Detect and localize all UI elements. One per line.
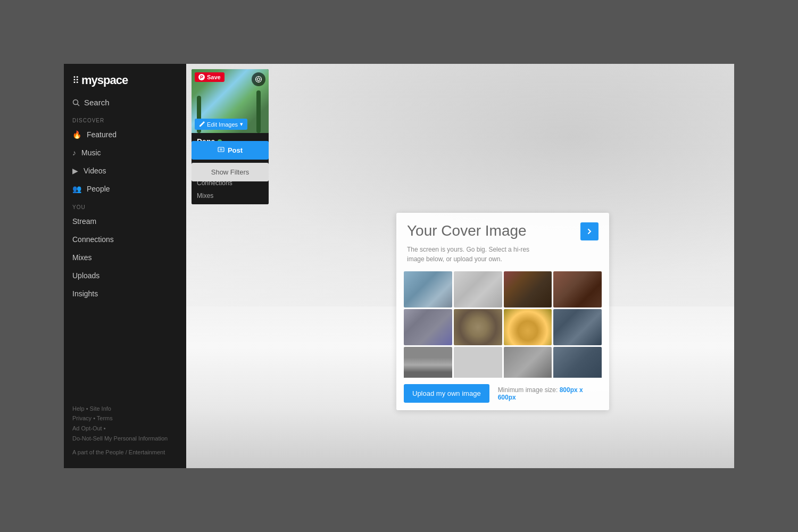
sidebar-footer: Help • Site Info Privacy • Terms Ad Opt-…	[64, 393, 186, 463]
edit-images-button[interactable]: Edit Images ▾	[195, 119, 247, 130]
tagline: A part of the People / Entertainment	[72, 447, 178, 458]
pinterest-save-label: Save	[207, 74, 221, 80]
cover-dialog-title: Your Cover Image	[407, 222, 527, 239]
cover-grid-image-1[interactable]	[404, 271, 452, 307]
logo-text: myspace	[81, 73, 128, 87]
cover-dialog-footer: Upload my own image Minimum image size: …	[396, 378, 609, 410]
discover-section-label: DISCOVER	[64, 114, 186, 126]
ad-opt-out-link[interactable]: Ad Opt-Out	[72, 425, 102, 431]
site-info-link[interactable]: Site Info	[90, 405, 111, 412]
flame-icon: 🔥	[72, 130, 81, 139]
cover-grid-image-3[interactable]	[504, 271, 552, 307]
cover-dialog-subtitle: The screen is yours. Go big. Select a hi…	[396, 245, 609, 271]
people-icon: 👥	[72, 185, 81, 193]
svg-point-0	[73, 99, 78, 104]
cover-dialog-header: Your Cover Image	[396, 213, 609, 245]
lens-icon-button[interactable]	[252, 72, 265, 86]
cover-grid-image-7[interactable]	[504, 309, 552, 345]
arrow-right-icon	[586, 228, 593, 235]
sidebar-item-uploads[interactable]: Uploads	[64, 267, 186, 285]
sidebar-item-connections[interactable]: Connections	[64, 230, 186, 248]
post-button[interactable]: Post	[192, 141, 269, 160]
cover-grid-image-9[interactable]	[404, 347, 452, 378]
videos-label: Videos	[84, 167, 106, 175]
post-label: Post	[228, 146, 243, 154]
sidebar: ⠿ myspace Search DISCOVER 🔥 Featured ♪ M…	[64, 64, 186, 468]
cover-image-dialog: Your Cover Image The screen is yours. Go…	[396, 213, 609, 410]
edit-icon	[199, 121, 205, 127]
search-label: Search	[84, 98, 110, 107]
logo[interactable]: ⠿ myspace	[64, 64, 186, 95]
cover-grid-image-10[interactable]	[454, 347, 502, 378]
pinterest-icon: P	[198, 74, 205, 80]
post-icon	[218, 147, 225, 154]
main-content: P Save	[186, 64, 734, 468]
sidebar-item-featured[interactable]: 🔥 Featured	[64, 126, 186, 144]
logo-icon: ⠿	[72, 74, 78, 86]
terms-link[interactable]: Terms	[97, 415, 113, 421]
svg-point-2	[256, 77, 262, 82]
min-size-text: Minimum image size: 800px x 600px	[498, 386, 602, 401]
privacy-link[interactable]: Privacy	[72, 415, 92, 421]
search-button[interactable]: Search	[64, 95, 186, 114]
sidebar-item-insights[interactable]: Insights	[64, 285, 186, 303]
sidebar-item-videos[interactable]: ▶ Videos	[64, 162, 186, 180]
featured-label: Featured	[87, 130, 117, 139]
pinterest-save-button[interactable]: P Save	[195, 72, 225, 82]
svg-point-3	[257, 78, 260, 81]
cover-image-grid	[396, 271, 609, 378]
lens-icon	[255, 76, 262, 83]
cover-grid-image-2[interactable]	[454, 271, 502, 307]
sidebar-item-mixes[interactable]: Mixes	[64, 248, 186, 267]
svg-rect-8	[218, 147, 224, 152]
show-filters-button[interactable]: Show Filters	[192, 163, 269, 181]
do-not-sell-link[interactable]: Do-Not-Sell My Personal Information	[72, 435, 168, 442]
music-label: Music	[81, 148, 101, 157]
people-label: People	[87, 185, 110, 193]
music-icon: ♪	[72, 148, 76, 157]
video-icon: ▶	[72, 167, 78, 175]
profile-panel: P Save	[192, 69, 269, 204]
sidebar-item-people[interactable]: 👥 People	[64, 180, 186, 198]
profile-link-mixes[interactable]: Mixes	[192, 189, 269, 202]
cover-grid-image-12[interactable]	[553, 347, 602, 378]
svg-line-1	[78, 104, 80, 106]
cover-grid-image-4[interactable]	[553, 271, 602, 307]
search-icon	[72, 99, 80, 106]
cover-grid-image-6[interactable]	[454, 309, 502, 345]
profile-photo-container: P Save	[192, 69, 269, 133]
edit-images-label: Edit Images	[207, 121, 238, 128]
sidebar-item-music[interactable]: ♪ Music	[64, 144, 186, 162]
help-link[interactable]: Help	[72, 405, 85, 412]
sidebar-item-stream[interactable]: Stream	[64, 212, 186, 230]
dropdown-chevron-icon: ▾	[240, 121, 243, 128]
cover-grid-image-8[interactable]	[553, 309, 602, 345]
cover-grid-image-11[interactable]	[504, 347, 552, 378]
action-buttons: Post Show Filters	[192, 141, 269, 181]
upload-own-image-button[interactable]: Upload my own image	[404, 384, 489, 403]
cover-dialog-next-button[interactable]	[580, 222, 598, 240]
cover-grid-image-5[interactable]	[404, 309, 452, 345]
you-section-label: YOU	[64, 198, 186, 212]
